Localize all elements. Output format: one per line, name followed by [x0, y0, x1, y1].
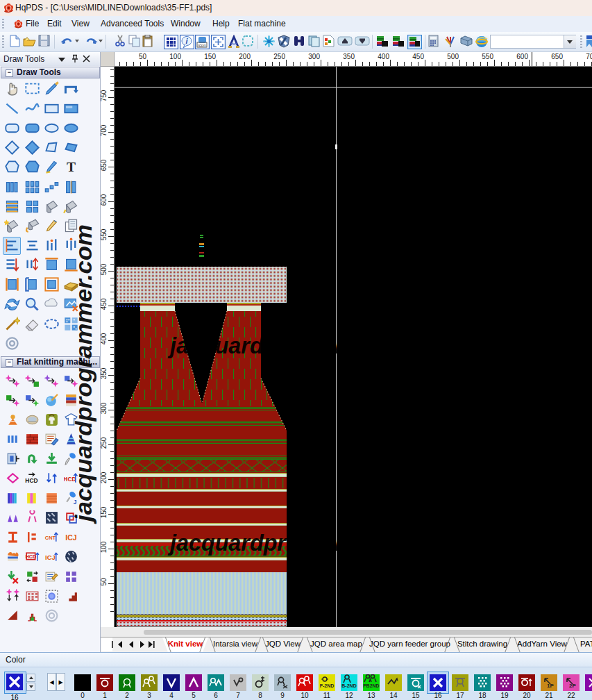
svg-text:600: 600 — [101, 194, 108, 206]
svg-text:ICJ: ICJ — [65, 533, 77, 542]
svg-text:HCD: HCD — [25, 553, 36, 560]
svg-text:B-2ND: B-2ND — [341, 683, 356, 688]
svg-text:350: 350 — [343, 53, 355, 60]
svg-text:2P: 2P — [569, 683, 576, 689]
svg-text:100: 100 — [101, 541, 108, 553]
svg-text:400: 400 — [378, 53, 389, 60]
svg-text:700: 700 — [586, 53, 592, 60]
svg-text:50: 50 — [101, 578, 108, 586]
svg-text:400: 400 — [101, 333, 108, 344]
svg-text:350: 350 — [101, 367, 108, 379]
svg-text:450: 450 — [412, 53, 424, 60]
svg-text:300: 300 — [101, 402, 108, 414]
svg-text:icon: icon — [198, 43, 205, 47]
svg-text:CNT: CNT — [45, 535, 56, 541]
svg-text:650: 650 — [551, 53, 563, 60]
svg-text:1P: 1P — [547, 683, 554, 689]
svg-text:150: 150 — [204, 53, 216, 60]
svg-text:T: T — [67, 160, 76, 174]
svg-text:550: 550 — [482, 53, 493, 60]
svg-text:F-2ND: F-2ND — [320, 683, 335, 688]
svg-text:550: 550 — [101, 228, 108, 240]
svg-text:200: 200 — [239, 53, 251, 60]
svg-text:150: 150 — [101, 506, 108, 518]
svg-text:HCD: HCD — [25, 477, 37, 484]
svg-text:750: 750 — [101, 90, 108, 101]
svg-text:500: 500 — [101, 263, 108, 275]
svg-text:650: 650 — [101, 159, 108, 171]
svg-text:250: 250 — [101, 437, 108, 449]
svg-text:500: 500 — [447, 53, 459, 60]
svg-text:50: 50 — [139, 53, 147, 60]
svg-text:200: 200 — [101, 472, 108, 483]
svg-text:600: 600 — [516, 53, 528, 60]
svg-text:450: 450 — [101, 298, 108, 310]
svg-text:300: 300 — [308, 53, 320, 60]
svg-text:100: 100 — [169, 53, 181, 60]
svg-text:250: 250 — [273, 53, 285, 60]
svg-text:ICJ: ICJ — [45, 553, 56, 561]
svg-text:700: 700 — [101, 124, 108, 136]
svg-text:FB2ND: FB2ND — [363, 683, 379, 688]
